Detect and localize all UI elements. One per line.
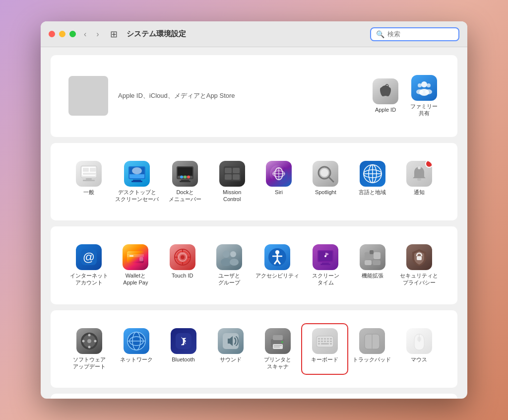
trackpad-label: トラックパッド [353,356,391,363]
back-button[interactable]: ‹ [82,29,88,40]
sound-icon [218,328,244,354]
svg-rect-107 [321,338,323,340]
icon-item-sound[interactable]: サウンド [208,324,253,374]
icon-item-apple-id[interactable]: Apple ID [371,74,400,117]
svg-rect-118 [330,343,332,345]
svg-rect-102 [274,345,282,346]
icon-item-printer[interactable]: プリンタとスキャナ [255,324,300,374]
svg-rect-115 [330,341,332,342]
screen-label: スクリーンタイム [312,272,339,286]
svg-rect-32 [233,174,240,180]
keyboard-icon [312,328,338,354]
search-input[interactable] [387,30,447,38]
touchid-label: Touch ID [172,272,193,279]
svg-rect-106 [318,338,320,340]
bluetooth-icon [171,328,196,354]
internet-label: インターネットアカウント [70,272,108,286]
svg-point-104 [281,341,283,343]
forward-button[interactable]: › [94,29,101,40]
security-label: セキュリティとプライバシー [400,272,438,286]
svg-rect-29 [225,168,232,173]
svg-rect-109 [327,338,329,340]
icon-item-siri[interactable]: Siri [256,157,301,207]
svg-rect-117 [321,343,329,345]
icon-item-internet[interactable]: @ インターネットアカウント [66,240,111,290]
content-area: Apple ID、iCloud、メディアとApp Store Apple ID [41,47,467,399]
touchid-icon [170,244,195,270]
software-icon [76,328,102,354]
mouse-icon [406,328,432,354]
dock-label: Dockとメニューバー [169,189,201,203]
desktop-label: デスクトップとスクリーンセーバ [115,189,159,203]
svg-point-48 [418,166,421,169]
spotlight-label: Spotlight [315,189,336,196]
search-icon: 🔍 [376,30,384,38]
icon-item-general[interactable]: 一般 [66,157,111,207]
svg-point-4 [427,83,431,87]
icon-item-wallet[interactable]: WalletとApple Pay [113,240,158,290]
svg-rect-9 [83,168,89,172]
svg-point-24 [184,175,187,178]
users-icon [216,244,242,270]
notification-label: 通知 [414,189,425,196]
icon-item-mission[interactable]: MissionControl [210,157,254,207]
icon-item-touchid[interactable]: Touch ID [160,240,205,290]
trackpad-icon [359,328,385,354]
notification-icon [406,161,432,187]
icon-item-notification[interactable]: 通知 [397,157,442,207]
window-title: システム環境設定 [127,29,364,39]
svg-rect-116 [318,343,320,345]
svg-point-25 [187,175,190,178]
icon-item-users[interactable]: ユーザとグループ [207,240,252,290]
svg-rect-47 [417,178,421,181]
icon-item-mouse[interactable]: マウス [396,324,442,374]
apple-id-label: Apple ID [375,106,396,113]
svg-point-66 [230,259,239,266]
apple-id-icon [373,78,398,104]
grid-view-button[interactable]: ⊞ [107,28,121,41]
icon-item-keyboard[interactable]: キーボード [302,324,347,374]
icon-item-accessibility[interactable]: アクセシビリティ [254,240,301,290]
svg-point-65 [230,251,236,257]
svg-rect-27 [180,181,190,182]
language-icon [360,161,385,187]
icon-item-bluetooth[interactable]: Bluetooth [161,324,206,374]
section-row1: 一般 デスクトップとスクリーンセーバ [51,143,457,221]
dock-icon [172,161,198,187]
traffic-lights [49,31,76,37]
search-box[interactable]: 🔍 [370,27,459,41]
bluetooth-label: Bluetooth [172,356,194,363]
icon-item-security[interactable]: セキュリティとプライバシー [397,240,442,290]
internet-icon: @ [76,244,102,270]
svg-rect-83 [417,256,422,260]
mouse-label: マウス [411,356,427,363]
svg-point-23 [180,175,183,178]
svg-rect-111 [318,341,320,342]
icon-item-network[interactable]: ネットワーク [114,324,159,374]
system-preferences-window: ‹ › ⊞ システム環境設定 🔍 Apple ID、iCloud、メディアとAp… [41,21,467,399]
icon-item-software[interactable]: ソフトウェアアップデート [66,324,112,374]
icon-item-family[interactable]: ファミリー共有 [408,71,440,121]
icon-item-desktop[interactable]: デスクトップとスクリーンセーバ [113,157,161,207]
screen-icon [313,244,338,270]
svg-rect-108 [324,338,326,340]
svg-rect-26 [181,180,189,181]
keyboard-label: キーボード [311,356,338,363]
svg-point-58 [181,255,185,259]
svg-point-39 [320,169,328,177]
wallet-icon [123,244,148,270]
printer-icon [265,328,291,354]
user-info: Apple ID、iCloud、メディアとApp Store [118,91,361,100]
svg-rect-31 [225,174,232,180]
icon-item-language[interactable]: 言語と地域 [350,157,394,207]
svg-point-5 [416,89,423,94]
close-button[interactable] [49,31,55,37]
family-icon [411,75,437,101]
maximize-button[interactable] [69,31,76,37]
icon-item-trackpad[interactable]: トラックパッド [349,324,394,374]
icon-item-screen[interactable]: スクリーンタイム [303,240,348,290]
minimize-button[interactable] [59,31,65,37]
icon-item-extension[interactable]: 機能拡張 [350,240,394,290]
icon-item-spotlight[interactable]: Spotlight [303,157,348,207]
icon-item-dock[interactable]: Dockとメニューバー [163,157,207,207]
